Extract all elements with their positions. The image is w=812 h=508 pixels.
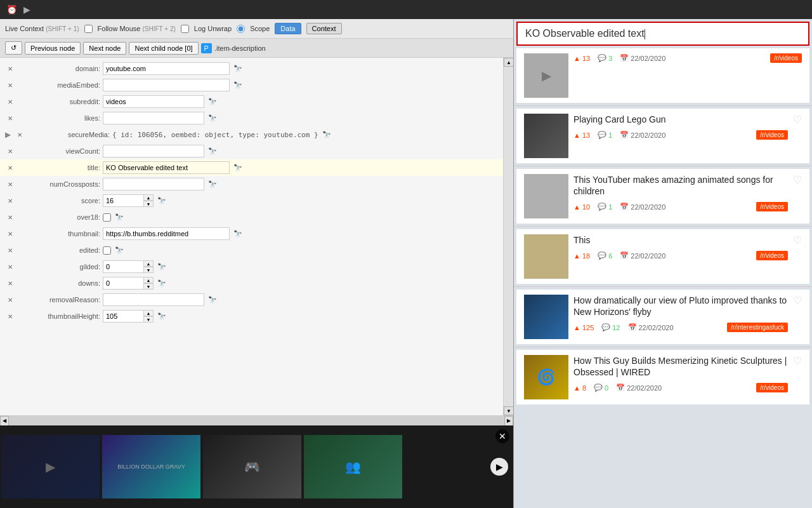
binoculars-downs[interactable]: 🔭: [157, 279, 166, 288]
binoculars-over18[interactable]: 🔭: [115, 213, 124, 222]
downs-down[interactable]: ▼: [143, 283, 154, 290]
left-panel: Live Context (SHIFT + 1) Follow Mouse (S…: [0, 19, 514, 508]
heart-icon-3[interactable]: ♡: [793, 174, 802, 186]
prev-node-button[interactable]: Previous node: [25, 42, 81, 55]
refresh-button[interactable]: ↺: [5, 41, 22, 55]
post-title-6[interactable]: How This Guy Builds Mesmerizing Kinetic …: [573, 355, 788, 378]
post-content-6: How This Guy Builds Mesmerizing Kinetic …: [573, 355, 788, 392]
binoculars-gilded[interactable]: 🔭: [157, 263, 166, 271]
next-child-node-button[interactable]: Next child node [0]: [129, 42, 198, 55]
field-input-thumbnail[interactable]: [103, 227, 230, 240]
field-label-viewcount: viewCount:: [18, 147, 100, 155]
field-label-subreddit: subreddit:: [18, 98, 100, 105]
scroll-track[interactable]: [9, 416, 504, 426]
score-down[interactable]: ▼: [143, 201, 154, 207]
thumbnail-4[interactable]: 👥: [304, 435, 402, 498]
post-title-3[interactable]: This YouTuber makes amazing animated son…: [573, 174, 788, 197]
binoculars-thumbnail[interactable]: 🔭: [233, 230, 242, 238]
post-title-5[interactable]: How dramatically our view of Pluto impro…: [573, 295, 788, 318]
field-label-edited: edited:: [18, 246, 100, 254]
downs-up[interactable]: ▲: [143, 277, 154, 283]
post-content-5: How dramatically our view of Pluto impro…: [573, 295, 788, 332]
comment-number-1: 3: [608, 55, 612, 62]
field-input-likes[interactable]: [103, 112, 204, 124]
binoculars-thumbnailheight[interactable]: 🔭: [157, 312, 166, 321]
data-button[interactable]: Data: [275, 23, 301, 34]
field-label-numcrossposts: numCrossposts:: [18, 180, 100, 188]
field-over18: ✕ over18: 🔭: [0, 209, 503, 225]
comment-count-6: 💬 0: [594, 384, 608, 392]
thumbnailheight-up[interactable]: ▲: [143, 310, 154, 316]
gilded-up[interactable]: ▲: [143, 260, 154, 267]
next-node-button[interactable]: Next node: [83, 42, 126, 55]
field-input-subreddit[interactable]: [103, 95, 204, 108]
up-arrow-icon-6: ▲: [573, 384, 580, 392]
follow-mouse-checkbox[interactable]: [181, 25, 189, 33]
binoculars-score[interactable]: 🔭: [157, 197, 166, 205]
comment-count-1: 💬 3: [598, 54, 612, 62]
heart-icon-5[interactable]: ♡: [793, 295, 802, 307]
field-input-edited[interactable]: [103, 246, 111, 255]
ko-observable-header[interactable]: KO Observable edited text: [516, 22, 809, 46]
field-input-over18[interactable]: [103, 213, 111, 222]
thumbnailheight-spinner: ▲ ▼: [103, 310, 154, 323]
calendar-icon-1: 📅: [620, 54, 629, 62]
gilded-down[interactable]: ▼: [143, 267, 154, 273]
scroll-left-arrow[interactable]: ◀: [0, 416, 9, 426]
binoculars-numcrossposts[interactable]: 🔭: [208, 180, 217, 189]
thumbnail-3[interactable]: 🎮: [203, 435, 301, 498]
vote-count-5: ▲ 125: [573, 324, 594, 331]
binoculars-edited[interactable]: 🔭: [115, 246, 124, 255]
thumbnail-2[interactable]: BILLION DOLLAR GRAVY: [102, 435, 200, 498]
thumb-placeholder-1: ▶: [1, 435, 100, 498]
field-input-title[interactable]: [103, 161, 230, 174]
context-button[interactable]: Context: [306, 23, 342, 34]
p-badge: P: [201, 43, 212, 53]
field-input-mediaembed[interactable]: [103, 79, 230, 91]
binoculars-title[interactable]: 🔭: [233, 164, 242, 172]
post-thumbnail-6: 🌀: [524, 355, 568, 399]
close-thumbnails-button[interactable]: ✕: [495, 429, 509, 443]
thumbnail-1[interactable]: ▶: [1, 435, 100, 498]
scroll-right-arrow[interactable]: ▶: [504, 416, 513, 426]
field-label-domain: domain:: [18, 65, 100, 72]
binoculars-domain[interactable]: 🔭: [233, 65, 242, 73]
heart-icon-2[interactable]: ♡: [793, 114, 802, 126]
field-label-mediaembed: mediaEmbed:: [18, 81, 100, 89]
binoculars-subreddit[interactable]: 🔭: [208, 98, 217, 106]
thumbnailheight-down[interactable]: ▼: [143, 316, 154, 323]
date-info-1: 📅 22/02/2020: [620, 54, 665, 62]
clock-icon: ⏰: [6, 4, 17, 15]
score-up[interactable]: ▲: [143, 194, 154, 201]
heart-icon-6[interactable]: ♡: [793, 355, 802, 367]
post-title-2[interactable]: Playing Card Lego Gun: [573, 114, 788, 125]
field-label-gilded: gilded:: [18, 263, 100, 271]
field-input-removalreason[interactable]: [103, 293, 204, 306]
live-context-checkbox[interactable]: [84, 25, 93, 33]
binoculars-viewcount[interactable]: 🔭: [208, 147, 217, 156]
binoculars-securemedia[interactable]: 🔭: [322, 131, 331, 139]
next-thumbnail-button[interactable]: ▶: [490, 458, 508, 476]
binoculars-likes[interactable]: 🔭: [208, 114, 217, 123]
field-input-viewcount[interactable]: [103, 145, 204, 157]
subreddit-badge-5: /r/interestingasfuck: [727, 323, 788, 332]
field-label-title: title:: [18, 164, 100, 171]
field-label-thumbnailheight: thumbnailHeight:: [18, 312, 100, 320]
subreddit-badge-2: /r/videos: [756, 130, 788, 140]
binoculars-removalreason[interactable]: 🔭: [208, 296, 217, 304]
field-icon-edited: ✕: [5, 247, 15, 254]
expand-securemedia[interactable]: ▶: [5, 130, 11, 139]
date-info-3: 📅 22/02/2020: [620, 203, 665, 211]
downs-spinner: ▲ ▼: [103, 277, 154, 290]
log-unwrap-radio[interactable]: [237, 25, 245, 33]
play-icon: ▶: [23, 4, 30, 15]
field-removalreason: ✕ removalReason: 🔭: [0, 291, 503, 308]
scroll-down-arrow[interactable]: ▼: [504, 406, 513, 415]
binoculars-mediaembed[interactable]: 🔭: [233, 81, 242, 90]
field-input-domain[interactable]: [103, 62, 230, 75]
scroll-up-arrow[interactable]: ▲: [504, 58, 513, 67]
field-input-numcrossposts[interactable]: [103, 178, 204, 190]
heart-icon-4[interactable]: ♡: [793, 234, 802, 246]
post-title-4[interactable]: This: [573, 234, 788, 246]
subreddit-badge-1: /r/videos: [770, 53, 802, 63]
